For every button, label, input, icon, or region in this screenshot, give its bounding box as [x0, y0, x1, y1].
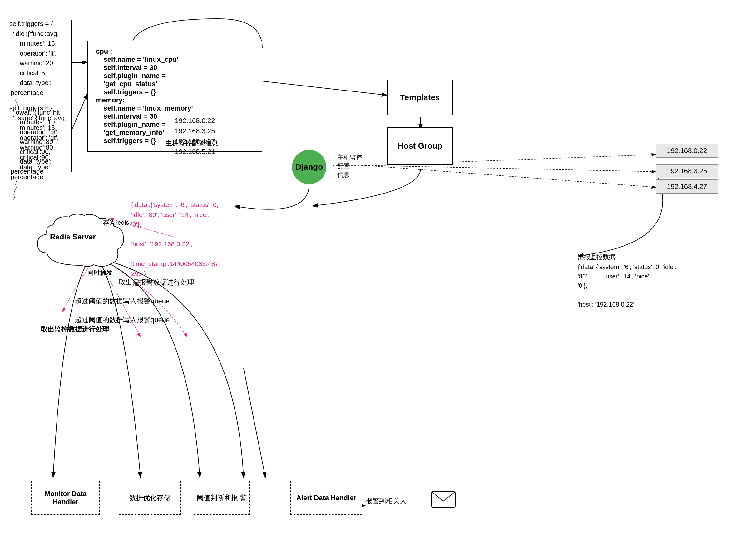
save-redis-label: 存入redis	[103, 218, 129, 227]
templates-box: Templates	[387, 80, 453, 116]
diagram-container: self.triggers = { 'idle':{'func':avg, 'm…	[0, 0, 746, 560]
trigger2-block: self.triggers = { 'usage':{'func':avg, '…	[9, 103, 78, 201]
monitor-data-handler-box: Monitor Data Handler	[31, 481, 100, 515]
cpu-label: cpu :	[96, 48, 112, 55]
trigger2-border	[71, 103, 72, 172]
svg-line-1	[262, 81, 387, 95]
mail-icon	[431, 490, 456, 510]
alert-related-label: 报警到相关人	[365, 496, 407, 506]
sync-trigger-label: 同时触发	[87, 268, 112, 277]
right-ip-3: 192.168.4.27	[656, 179, 718, 194]
django-circle: Django	[292, 150, 326, 184]
data-block-right: {'data':{'system': '6', 'status': 0, 'id…	[578, 262, 712, 309]
right-ip-1: 192.168.0.22	[656, 144, 718, 158]
ip-group: 192.168.0.22 192.168.3.25 192.168.4.27 1…	[175, 116, 215, 157]
fetch-alert-label: 取出需报警数据进行处理	[119, 278, 194, 287]
svg-rect-12	[432, 492, 455, 507]
right-ip-2: 192.168.3.25	[656, 164, 718, 178]
threshold-alert-box: 阈值判断和报 警	[194, 481, 250, 515]
data-block-pink: {'data':{'system': '6', 'status': 0, 'id…	[131, 200, 250, 278]
fetch-monitor-label: 取出监控数据进行处理	[40, 325, 109, 334]
svg-line-6	[243, 369, 265, 478]
host-monitor-config-label: 主机监控配置信息	[166, 139, 218, 148]
over-threshold-label1: 超过阈值的数据写入报警queue	[75, 297, 170, 306]
host-monitor-right-label: 主机监控配置信息	[337, 153, 362, 179]
host-group-box: Host Group	[387, 127, 453, 165]
over-threshold-label2: 超过阈值的数据写入报警queue	[75, 315, 170, 325]
alert-data-handler-box: Alert Data Handler	[290, 481, 362, 515]
data-optimize-box: 数据优化存储	[119, 481, 181, 515]
report-monitor-label: 汇报监控数据	[578, 253, 615, 261]
svg-line-4	[365, 166, 656, 172]
